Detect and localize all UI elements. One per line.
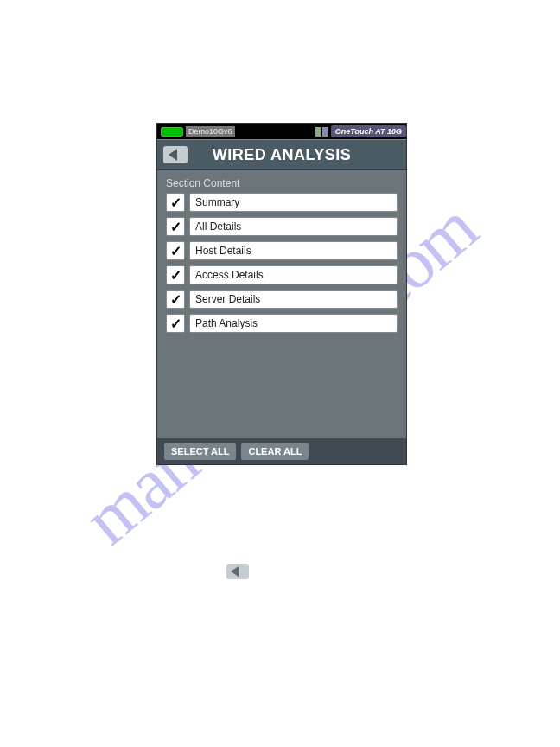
chevron-left-icon bbox=[226, 564, 249, 579]
status-bar: Demo10Gv6 OneTouch AT 10G bbox=[157, 124, 406, 139]
item-summary[interactable]: Summary bbox=[189, 193, 398, 212]
device-screenshot: Demo10Gv6 OneTouch AT 10G WIRED ANALYSIS… bbox=[156, 123, 407, 465]
list-item: ✓ Server Details bbox=[166, 290, 398, 309]
clear-all-button[interactable]: CLEAR ALL bbox=[241, 443, 309, 460]
header-bar: WIRED ANALYSIS bbox=[157, 139, 406, 170]
checkbox-server-details[interactable]: ✓ bbox=[166, 290, 185, 309]
checkbox-host-details[interactable]: ✓ bbox=[166, 241, 185, 260]
item-server-details[interactable]: Server Details bbox=[189, 290, 398, 309]
checkbox-access-details[interactable]: ✓ bbox=[166, 265, 185, 284]
item-all-details[interactable]: All Details bbox=[189, 217, 398, 236]
page-title: WIRED ANALYSIS bbox=[157, 146, 406, 164]
list-item: ✓ Host Details bbox=[166, 241, 398, 260]
list-item: ✓ All Details bbox=[166, 217, 398, 236]
item-path-analysis[interactable]: Path Analysis bbox=[189, 314, 398, 333]
checkbox-path-analysis[interactable]: ✓ bbox=[166, 314, 185, 333]
back-button-inline bbox=[226, 564, 251, 581]
select-all-button[interactable]: SELECT ALL bbox=[164, 443, 236, 460]
section-label: Section Content bbox=[166, 177, 398, 189]
checkbox-all-details[interactable]: ✓ bbox=[166, 217, 185, 236]
chevron-left-icon bbox=[163, 146, 188, 163]
status-label: Demo10Gv6 bbox=[186, 126, 235, 137]
back-button[interactable] bbox=[162, 145, 188, 164]
list-item: ✓ Access Details bbox=[166, 265, 398, 284]
list-item: ✓ Path Analysis bbox=[166, 314, 398, 333]
item-host-details[interactable]: Host Details bbox=[189, 241, 398, 260]
item-access-details[interactable]: Access Details bbox=[189, 265, 398, 284]
device-name-badge: OneTouch AT 10G bbox=[331, 125, 406, 137]
bottom-bar: SELECT ALL CLEAR ALL bbox=[157, 438, 406, 464]
list-item: ✓ Summary bbox=[166, 193, 398, 212]
checkbox-summary[interactable]: ✓ bbox=[166, 193, 185, 212]
battery-icon bbox=[161, 127, 183, 137]
network-icons bbox=[315, 127, 328, 137]
